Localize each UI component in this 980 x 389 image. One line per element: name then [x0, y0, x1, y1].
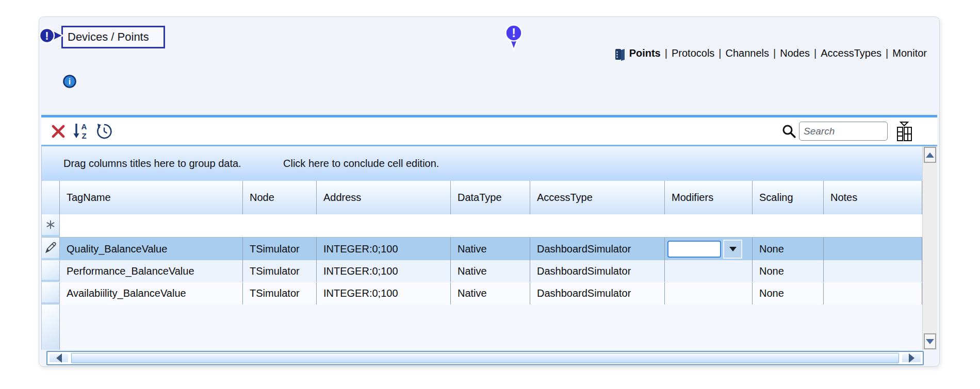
new-row-header[interactable] [42, 214, 60, 237]
screenshot-stage: Devices / Points ! i ! P [0, 0, 980, 389]
nav-separator: | [814, 47, 816, 59]
scroll-left-button[interactable] [48, 353, 69, 363]
cell-address[interactable]: INTEGER:0;100 [317, 260, 451, 282]
svg-text:A: A [81, 122, 87, 131]
group-by-panel[interactable]: Drag columns titles here to group data. … [42, 146, 922, 181]
modifiers-combobox-input[interactable] [667, 241, 721, 258]
group-hint-text: Drag columns titles here to group data. [63, 146, 241, 181]
grid-toolbar: A Z [41, 117, 937, 145]
sort-az-button[interactable]: A Z [71, 121, 91, 142]
scroll-right-button[interactable] [901, 353, 922, 363]
cell-scaling[interactable]: None [753, 260, 824, 282]
nav-item-channels[interactable]: Channels [726, 47, 770, 59]
grid-new-row[interactable] [42, 214, 922, 238]
vertical-scrollbar[interactable] [922, 146, 937, 350]
devices-points-panel: Devices / Points ! i ! P [39, 16, 940, 367]
nav-item-monitor[interactable]: Monitor [892, 47, 927, 59]
cell-accesstype[interactable]: DashboardSimulator [530, 260, 665, 282]
nav-item-accesstypes[interactable]: AccessTypes [821, 47, 881, 59]
history-clock-icon [95, 122, 113, 141]
column-header-tagname[interactable]: TagName [60, 181, 243, 214]
new-row-asterisk-icon [45, 219, 56, 230]
cell-node[interactable]: TSimulator [243, 260, 317, 282]
column-header-notes[interactable]: Notes [824, 181, 922, 214]
edit-pencil-icon [44, 241, 57, 255]
conclude-edit-hint[interactable]: Click here to conclude cell edition. [283, 146, 439, 181]
cell-address[interactable]: INTEGER:0;100 [317, 282, 451, 305]
header-corner-cell [42, 181, 60, 214]
modifiers-dropdown-button[interactable] [723, 240, 742, 259]
triangle-down-icon [926, 339, 934, 344]
nav-separator: | [773, 47, 776, 59]
nav-item-protocols[interactable]: Protocols [672, 47, 714, 59]
cell-node[interactable]: TSimulator [243, 238, 317, 260]
column-chooser-button[interactable] [894, 120, 914, 143]
alert-pin-icon: ! [39, 26, 64, 45]
chevron-down-icon [729, 247, 737, 251]
cell-address[interactable]: INTEGER:0;100 [317, 238, 451, 260]
nav-item-points[interactable]: Points [629, 47, 661, 59]
search-input[interactable] [799, 122, 888, 141]
nav-separator: | [886, 47, 888, 59]
cell-tagname[interactable]: Quality_BalanceValue [60, 238, 243, 260]
cell-scaling[interactable]: None [753, 282, 824, 305]
column-header-node[interactable]: Node [243, 181, 317, 214]
row-header[interactable] [42, 282, 60, 305]
horizontal-scrollbar[interactable] [46, 351, 924, 365]
triangle-up-icon [926, 153, 934, 158]
scroll-down-button[interactable] [924, 333, 936, 349]
row-header[interactable] [42, 260, 60, 282]
page-title-label: Devices / Points [68, 30, 149, 44]
cell-notes[interactable] [824, 282, 922, 305]
column-header-modifiers[interactable]: Modifiers [665, 181, 753, 214]
horizontal-scroll-thumb[interactable] [71, 353, 899, 363]
column-header-datatype[interactable]: DataType [451, 181, 530, 214]
cell-datatype[interactable]: Native [451, 282, 530, 305]
section-nav: Points | Protocols | Channels | Nodes | … [614, 46, 927, 60]
cell-tagname[interactable]: Availabiility_BalanceValue [60, 282, 243, 305]
grid-row[interactable]: Availabiility_BalanceValue TSimulator IN… [42, 282, 922, 305]
nav-separator: | [665, 47, 667, 59]
editing-row-header[interactable] [42, 238, 60, 260]
grid-empty-area [42, 305, 922, 350]
delete-row-button[interactable] [50, 123, 67, 140]
history-button[interactable] [95, 122, 113, 141]
nav-separator: | [718, 47, 721, 59]
delete-x-icon [51, 124, 66, 139]
row-header-strip [42, 305, 60, 350]
grid-row-selected[interactable]: Quality_BalanceValue TSimulator INTEGER:… [42, 238, 922, 260]
column-header-address[interactable]: Address [317, 181, 451, 214]
cell-modifiers-editor [665, 238, 753, 260]
cell-tagname[interactable]: Performance_BalanceValue [60, 260, 243, 282]
column-header-scaling[interactable]: Scaling [753, 181, 824, 214]
cell-modifiers[interactable] [665, 260, 753, 282]
sort-az-icon: A Z [71, 121, 91, 142]
scroll-up-button[interactable] [924, 147, 936, 163]
svg-text:!: ! [512, 26, 516, 40]
svg-text:!: ! [45, 29, 48, 42]
info-icon[interactable]: i [62, 74, 77, 89]
cell-accesstype[interactable]: DashboardSimulator [530, 238, 665, 260]
column-chooser-icon [894, 120, 914, 143]
page-title: Devices / Points [61, 26, 165, 48]
nav-item-nodes[interactable]: Nodes [780, 47, 810, 59]
points-device-icon [614, 47, 626, 61]
cell-notes[interactable] [824, 238, 922, 260]
grid-header-row: TagName Node Address DataType AccessType… [42, 181, 922, 214]
column-header-accesstype[interactable]: AccessType [530, 181, 665, 214]
cell-node[interactable]: TSimulator [243, 282, 317, 305]
new-row-input-area[interactable] [60, 214, 922, 237]
svg-text:i: i [69, 77, 71, 86]
cell-modifiers[interactable] [665, 282, 753, 305]
cell-accesstype[interactable]: DashboardSimulator [530, 282, 665, 305]
cell-scaling[interactable]: None [753, 238, 824, 260]
points-grid: Drag columns titles here to group data. … [41, 146, 922, 350]
cell-datatype[interactable]: Native [451, 238, 530, 260]
triangle-left-icon [56, 353, 62, 363]
svg-text:Z: Z [81, 131, 86, 140]
search-icon [781, 124, 797, 139]
grid-row[interactable]: Performance_BalanceValue TSimulator INTE… [42, 260, 922, 282]
cell-datatype[interactable]: Native [451, 260, 530, 282]
cell-notes[interactable] [824, 260, 922, 282]
alert-pin-icon: ! [504, 24, 524, 52]
